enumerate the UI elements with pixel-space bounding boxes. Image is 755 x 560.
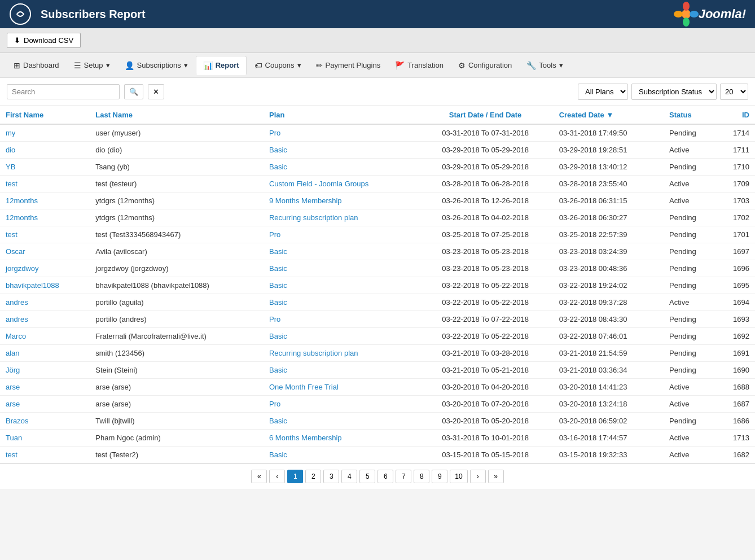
plan-link[interactable]: Pro <box>269 400 280 408</box>
plan-link[interactable]: Basic <box>269 281 287 290</box>
page-button-9[interactable]: 9 <box>432 470 447 483</box>
page-button-5[interactable]: 5 <box>359 470 375 483</box>
first-name-link[interactable]: jorgzdwoy <box>6 264 39 273</box>
plan-link[interactable]: Basic <box>269 163 287 171</box>
col-plan[interactable]: Plan <box>264 106 418 124</box>
per-page-select[interactable]: 2050100 <box>720 84 748 100</box>
first-name-link[interactable]: Brazos <box>6 417 28 425</box>
cell-dates: 03-31-2018 To 10-01-2018 <box>417 430 553 447</box>
first-name-link[interactable]: arse <box>6 383 20 391</box>
sidebar-item-configuration[interactable]: ⚙ Configuration <box>451 56 519 75</box>
page-button-8[interactable]: 8 <box>414 470 429 483</box>
page-button-7[interactable]: 7 <box>396 470 411 483</box>
cell-last-name: portillo (aguila) <box>90 294 264 311</box>
status-filter[interactable]: Subscription StatusActivePendingExpired <box>631 84 717 100</box>
first-name-link[interactable]: andres <box>6 315 28 323</box>
plan-link[interactable]: Basic <box>269 298 287 307</box>
sidebar-item-setup[interactable]: ☰ Setup ▾ <box>67 56 117 75</box>
cell-dates: 03-22-2018 To 05-22-2018 <box>417 277 553 294</box>
sidebar-item-subscriptions[interactable]: 👤 Subscriptions ▾ <box>118 56 195 75</box>
plan-link[interactable]: Basic <box>269 366 287 374</box>
sidebar-item-dashboard[interactable]: ⊞ Dashboard <box>7 56 66 75</box>
col-first-name[interactable]: First Name <box>0 106 90 124</box>
plan-link[interactable]: Basic <box>269 450 287 459</box>
plan-link[interactable]: Pro <box>269 230 280 239</box>
plan-link[interactable]: Basic <box>269 264 287 273</box>
cell-created: 03-20-2018 14:41:23 <box>554 379 664 396</box>
first-name-link[interactable]: Marco <box>6 332 26 340</box>
plan-link[interactable]: Pro <box>269 315 280 323</box>
cell-created: 03-20-2018 06:59:02 <box>554 413 664 430</box>
cell-dates: 03-21-2018 To 05-21-2018 <box>417 362 553 379</box>
first-page-button[interactable]: « <box>251 470 267 483</box>
page-button-4[interactable]: 4 <box>341 470 357 483</box>
first-name-link[interactable]: Tuan <box>6 434 22 442</box>
search-button[interactable]: 🔍 <box>124 84 143 99</box>
plan-link[interactable]: Recurring subscription plan <box>269 213 358 222</box>
setup-icon: ☰ <box>74 61 81 70</box>
plan-link[interactable]: Basic <box>269 417 287 425</box>
col-plan-label: Plan <box>269 111 284 119</box>
svg-point-4 <box>683 18 690 27</box>
svg-point-2 <box>683 2 690 11</box>
last-page-button[interactable]: » <box>488 470 504 483</box>
first-name-link[interactable]: test <box>6 180 17 188</box>
prev-page-button[interactable]: ‹ <box>269 470 285 483</box>
first-name-link[interactable]: arse <box>6 400 20 408</box>
plan-link[interactable]: 6 Months Membership <box>269 434 342 442</box>
cell-created: 03-20-2018 13:24:18 <box>554 396 664 413</box>
plan-link[interactable]: Custom Field - Joomla Groups <box>269 180 368 188</box>
sidebar-item-payment-plugins[interactable]: ✏ Payment Plugins <box>309 56 388 75</box>
sidebar-item-coupons[interactable]: 🏷 Coupons ▾ <box>248 56 308 75</box>
plan-link[interactable]: Basic <box>269 332 287 340</box>
sidebar-item-tools[interactable]: 🔧 Tools ▾ <box>520 56 569 75</box>
clear-icon: ✕ <box>153 88 159 96</box>
first-name-link[interactable]: dio <box>6 146 15 154</box>
sidebar-item-translation[interactable]: 🚩 Translation <box>388 56 450 75</box>
plan-link[interactable]: Recurring subscription plan <box>269 349 358 357</box>
cell-created: 03-29-2018 19:28:51 <box>554 142 664 159</box>
cell-status: Active <box>664 176 717 193</box>
first-name-link[interactable]: Jörg <box>6 366 20 374</box>
plan-link[interactable]: Basic <box>269 146 287 154</box>
page-button-6[interactable]: 6 <box>378 470 393 483</box>
table-row: test test (testeur) Custom Field - Jooml… <box>0 176 755 193</box>
first-name-link[interactable]: my <box>6 129 15 137</box>
col-created[interactable]: Created Date ▼ <box>554 106 664 124</box>
first-name-link[interactable]: 12months <box>6 213 38 222</box>
first-name-link[interactable]: test <box>6 230 17 239</box>
page-button-10[interactable]: 10 <box>450 470 467 483</box>
download-csv-button[interactable]: ⬇ Download CSV <box>7 33 81 48</box>
col-last-name[interactable]: Last Name <box>90 106 264 124</box>
clear-button[interactable]: ✕ <box>148 84 164 99</box>
first-name-link[interactable]: 12months <box>6 196 38 205</box>
plan-link[interactable]: Basic <box>269 247 287 256</box>
plan-link[interactable]: Pro <box>269 129 280 137</box>
first-name-link[interactable]: YB <box>6 163 15 171</box>
table-row: test test (Tester2) Basic 03-15-2018 To … <box>0 447 755 463</box>
first-name-link[interactable]: andres <box>6 298 28 307</box>
sidebar-item-report[interactable]: 📊 Report <box>196 56 247 75</box>
col-id[interactable]: ID <box>717 106 755 124</box>
table-row: YB Tsang (yb) Basic 03-29-2018 To 05-29-… <box>0 159 755 176</box>
nav-label-setup: Setup <box>84 61 103 69</box>
first-name-link[interactable]: alan <box>6 349 20 357</box>
cell-last-name: Pham Ngoc (admin) <box>90 430 264 447</box>
col-dates[interactable]: Start Date / End Date <box>417 106 553 124</box>
nav-label-report: Report <box>216 61 239 69</box>
cell-first-name: test <box>0 447 90 463</box>
page-button-2[interactable]: 2 <box>305 470 321 483</box>
cell-id: 1687 <box>717 396 755 413</box>
page-button-1[interactable]: 1 <box>287 470 303 483</box>
col-status[interactable]: Status <box>664 106 717 124</box>
plan-link[interactable]: One Month Free Trial <box>269 383 339 391</box>
plans-filter[interactable]: All PlansBasicProCustom <box>578 84 628 100</box>
first-name-link[interactable]: bhavikpatel1088 <box>6 281 59 290</box>
plan-link[interactable]: 9 Months Membership <box>269 196 342 205</box>
next-page-button[interactable]: › <box>470 470 486 483</box>
page-button-3[interactable]: 3 <box>323 470 339 483</box>
first-name-link[interactable]: test <box>6 450 17 459</box>
first-name-link[interactable]: Oscar <box>6 247 25 256</box>
search-input[interactable] <box>7 84 120 99</box>
cell-status: Pending <box>664 226 717 243</box>
